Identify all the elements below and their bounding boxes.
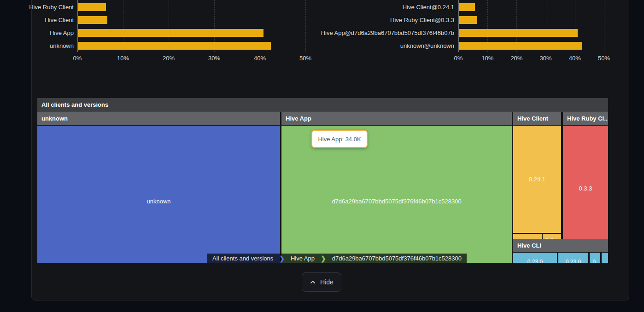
breadcrumb-item-hive-app[interactable]: Hive App	[286, 254, 320, 263]
gridline	[604, 0, 604, 52]
treemap-section-header: unknown	[37, 112, 280, 125]
tooltip-text: Hive App: 34.0K	[318, 136, 361, 143]
category-label: Hive Ruby Client	[0, 3, 74, 11]
bar[interactable]	[78, 3, 106, 11]
bar[interactable]	[459, 29, 578, 37]
treemap-cell-label: d7d6a29ba6707bbd5075df376f46b07b1c528300	[332, 198, 461, 205]
treemap-cell-label: 0.24.1	[529, 176, 545, 183]
dashboard-page: 0%10%20%30%40%50%Hive Ruby ClientHive Cl…	[0, 0, 644, 312]
chevron-up-icon	[310, 279, 316, 285]
x-tick-label: 0%	[454, 55, 463, 62]
treemap-section-hive-ruby-client[interactable]: Hive Ruby Cl... 0.3.3	[563, 112, 608, 251]
treemap-section-hive-client[interactable]: Hive Client 0.24.1 0.2...	[513, 112, 561, 251]
x-tick-label: 10%	[117, 55, 129, 62]
treemap-cell-hive-client-0-24-1[interactable]: 0.24.1	[513, 126, 561, 233]
x-tick-label: 30%	[208, 55, 220, 62]
treemap-cell[interactable]: 0.23.0	[558, 253, 588, 263]
treemap-cell[interactable]: 0.	[590, 253, 600, 263]
client-versions-bar-chart: 0%10%20%30%40%50%Hive Client@0.24.1Hive …	[318, 0, 644, 64]
bar[interactable]	[78, 42, 271, 50]
x-tick-label: 0%	[73, 55, 82, 62]
x-tick-label: 40%	[254, 55, 266, 62]
category-label: Hive Ruby Client@0.3.3	[318, 16, 454, 24]
bar[interactable]	[78, 29, 263, 37]
hide-button[interactable]: Hide	[302, 272, 341, 292]
treemap-section-unknown[interactable]: unknown unknown	[37, 112, 280, 263]
treemap-cell-label: 0.23.0	[566, 259, 581, 263]
category-label: Hive App	[0, 29, 74, 37]
gridline	[305, 0, 306, 52]
breadcrumb-item-root[interactable]: All clients and versions	[207, 254, 278, 263]
chevron-right-icon: ❯	[320, 254, 327, 263]
category-label: Hive App@d7d6a29ba6707bbd5075df376f46b07…	[318, 29, 454, 37]
breadcrumb-item-hash[interactable]: d7d6a29ba6707bbd5075df376f46b07b1c528300	[327, 254, 467, 263]
category-label: Hive Client	[0, 16, 74, 24]
x-tick-label: 40%	[569, 55, 581, 62]
treemap-breadcrumb: All clients and versions ❯ Hive App ❯ d7…	[207, 254, 467, 263]
treemap-cell-hive-ruby-0-3-3[interactable]: 0.3.3	[563, 126, 608, 251]
treemap-tooltip: Hive App: 34.0K	[311, 130, 368, 148]
hide-button-label: Hide	[320, 278, 334, 286]
category-label: Hive Client@0.24.1	[318, 3, 454, 11]
bar[interactable]	[459, 42, 582, 50]
treemap-section-header: Hive CLI	[513, 239, 608, 252]
treemap-cell[interactable]	[602, 253, 608, 263]
clients-bar-chart: 0%10%20%30%40%50%Hive Ruby ClientHive Cl…	[0, 0, 322, 64]
treemap-cell-label: unknown	[146, 198, 170, 205]
bar[interactable]	[459, 3, 475, 11]
treemap-section-header: Hive App	[281, 112, 512, 125]
category-label: unknown	[0, 42, 74, 50]
x-tick-label: 50%	[299, 55, 311, 62]
clients-treemap: All clients and versions unknown unknown…	[37, 98, 608, 263]
bar[interactable]	[78, 16, 107, 24]
treemap-section-hive-cli[interactable]: Hive CLI 0.23.0 0.23.0 0.	[513, 239, 608, 263]
x-tick-label: 50%	[598, 55, 610, 62]
x-tick-label: 10%	[481, 55, 493, 62]
category-label: unknown@unknown	[318, 42, 454, 50]
treemap-section-header: Hive Ruby Cl...	[563, 112, 608, 125]
x-tick-label: 20%	[510, 55, 522, 62]
treemap-cell-label: 0.	[592, 259, 597, 263]
bar[interactable]	[459, 16, 477, 24]
treemap-cell-label: 0.23.0	[527, 259, 543, 263]
x-tick-label: 20%	[163, 55, 175, 62]
treemap-cell-label: 0.3.3	[579, 185, 592, 192]
treemap-cell[interactable]: 0.23.0	[513, 253, 557, 263]
chevron-right-icon: ❯	[278, 254, 286, 263]
treemap-section-header: Hive Client	[513, 112, 561, 125]
x-tick-label: 30%	[540, 55, 552, 62]
treemap-cell-unknown[interactable]: unknown	[37, 126, 280, 263]
treemap-title: All clients and versions	[37, 98, 608, 112]
